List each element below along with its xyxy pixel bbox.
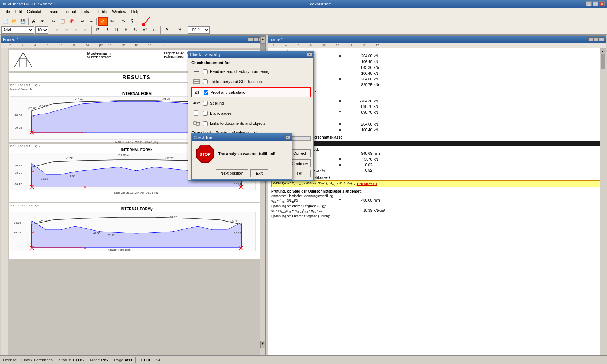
table-checkbox[interactable] <box>203 79 208 84</box>
ruler-mark-12: 19 <box>148 44 151 47</box>
color-btn[interactable]: A <box>163 26 171 34</box>
proof-label: Proof and calculation <box>211 90 248 95</box>
next-position-button[interactable]: Next position <box>216 169 248 177</box>
proof-checkbox[interactable] <box>204 90 208 95</box>
doc-company-info: Mustermann MUSTERSTADT ..........… <box>87 51 111 70</box>
preview-btn[interactable]: 👁 <box>39 17 47 25</box>
menu-table[interactable]: Table <box>95 9 109 14</box>
menu-extras[interactable]: Extras <box>79 9 95 14</box>
heading-btn[interactable]: H <box>122 26 130 34</box>
scrollbar-up-btn[interactable]: ▲ <box>260 36 265 44</box>
copy-btn[interactable]: 📋 <box>58 17 66 25</box>
zoom-select[interactable]: 100 % <box>188 26 210 34</box>
minimize-btn[interactable]: _ <box>586 1 592 6</box>
restore-btn[interactable]: □ <box>593 1 598 6</box>
formula-kraft2: Nb,Ed/2 + Mb,Ed/hb- * 10³ = 890,70 kN <box>271 105 603 110</box>
svg-text:-27.25: -27.25 <box>169 216 177 219</box>
menu-format[interactable]: Format <box>61 9 78 14</box>
anschnitt-header: am Anschnitt: <box>271 50 603 53</box>
diagram-3: GS 1:1.3P LC 1 + LQ s INTERNAL FORMy X <box>9 203 264 259</box>
blank-checkbox[interactable] <box>203 111 208 116</box>
align-left-btn[interactable]: ≡ <box>53 26 61 34</box>
links-checkbox[interactable] <box>203 121 208 126</box>
help-btn[interactable]: ? <box>128 17 136 25</box>
status-value: CLOS <box>73 358 84 362</box>
print-btn[interactable]: 🖨 <box>30 17 38 25</box>
formula-ez1: ez1 = (hb - 2*tf,b)/2 = 480,00 mm <box>271 198 603 203</box>
table-icon <box>192 78 201 85</box>
strikethrough-btn[interactable]: S <box>131 26 139 34</box>
gurten-note: s: oben 1, unten 2 <box>271 95 603 98</box>
right-window-controls[interactable]: _ □ × <box>588 37 604 41</box>
status-sep1 <box>56 357 56 363</box>
kraft-traegergurten-header: Kräfte in den Trägergurten: <box>271 90 603 94</box>
menu-edit[interactable]: Edit <box>13 9 24 14</box>
blank-icon <box>192 110 201 117</box>
mode-label: Mode <box>90 358 100 362</box>
subscript-btn[interactable]: x₂ <box>150 26 158 34</box>
frame-min-btn[interactable]: _ <box>248 37 253 41</box>
italic-btn[interactable]: I <box>103 26 111 34</box>
font-select[interactable]: Arial <box>1 26 34 34</box>
menu-bar: File Edit Calculate Insert Format Extras… <box>0 8 607 15</box>
blank-page-icon <box>194 110 199 117</box>
headline-checkbox[interactable] <box>203 69 208 74</box>
menu-file[interactable]: File <box>1 9 12 14</box>
exit-button[interactable]: Exit <box>250 169 268 177</box>
check-dialog-title: Check plausibility <box>190 52 221 57</box>
check-line-body: STOP The analysis was not fullfilled! <box>192 141 292 167</box>
spelling-checkbox[interactable] <box>203 101 208 106</box>
right-max-btn[interactable]: □ <box>594 37 599 41</box>
save-btn[interactable]: 💾 <box>19 17 27 25</box>
right-scrollbar[interactable]: ▲ <box>600 48 606 355</box>
scrollbar-down-btn[interactable]: ▼ <box>260 341 265 348</box>
check-item-headline: Headline and directory numbering <box>191 67 311 76</box>
superscript-btn[interactable]: x² <box>141 26 149 34</box>
right-close-btn[interactable]: × <box>599 37 604 41</box>
paste-btn[interactable]: 📌 <box>67 17 75 25</box>
frame-sidebar <box>1 48 8 355</box>
right-scroll-thumb[interactable] <box>601 54 605 69</box>
bold-btn[interactable]: B <box>94 26 102 34</box>
check-item-blank: Blank pages <box>191 109 311 118</box>
check-btn[interactable]: ✓ <box>98 17 108 26</box>
status-label: Status: <box>59 358 71 362</box>
close-btn[interactable]: × <box>599 1 605 6</box>
formula-kraft1: Nb,Ed/2 - Mb,Ed/hb- * 10³ = -784,30 kN <box>271 99 603 104</box>
open-btn[interactable]: 📂 <box>10 17 18 25</box>
menu-help[interactable]: Help <box>129 9 142 14</box>
check-line-close[interactable]: × <box>285 135 290 140</box>
formula-hwb: hw,b - 2 * a₁ * √2 = 948,69 mm <box>271 152 603 157</box>
frame-ruler: 2 4 6 8 10 12 14 |15 16 17 18 19 → <box>1 43 265 48</box>
size-select[interactable]: 10 <box>35 26 48 34</box>
sep2 <box>48 18 48 25</box>
underline-btn[interactable]: U <box>113 26 121 34</box>
right-window-titlebar: frame * _ □ × <box>268 36 606 43</box>
menu-window[interactable]: Window <box>110 9 128 14</box>
check-line-dialog: Check line × STOP The analysis was not f… <box>191 133 292 180</box>
svg-line-0 <box>143 17 150 25</box>
title-bar-controls[interactable]: _ □ × <box>586 1 605 6</box>
app-title: VCmaster © 2017 - frame * <box>8 2 56 6</box>
align-right-btn[interactable]: ≡ <box>72 26 80 34</box>
right-scroll-up[interactable]: ▲ <box>600 48 606 54</box>
percent-btn[interactable]: % <box>175 26 183 34</box>
links-icon <box>192 120 201 127</box>
menu-calculate[interactable]: Calculate <box>25 9 46 14</box>
check-dialog-close[interactable]: × <box>307 52 312 57</box>
redo-btn[interactable]: ↪ <box>87 17 95 25</box>
frame-max-btn[interactable]: □ <box>253 37 259 41</box>
page-value: 4/11 <box>125 358 133 362</box>
right-min-btn[interactable]: _ <box>588 37 593 41</box>
formula-vced2: Vc,Ed = 106,40 kN <box>271 128 603 133</box>
scissors-btn[interactable]: ✂ <box>108 17 116 25</box>
menu-insert[interactable]: Insert <box>47 9 61 14</box>
recalc-btn[interactable]: ⟳ <box>120 17 127 25</box>
cut-btn[interactable]: ✂ <box>50 17 58 25</box>
undo-btn[interactable]: ↩ <box>78 17 86 25</box>
justify-btn[interactable]: ≡ <box>81 26 89 34</box>
align-center-btn[interactable]: ≡ <box>62 26 70 34</box>
company-name: Mustermann <box>87 51 111 56</box>
new-btn[interactable]: 📄 <box>1 17 9 25</box>
formula-kraft3: = MAX(ABS(Fb,1),ABS(Fb,2)) = 890,70 kN <box>271 110 603 115</box>
